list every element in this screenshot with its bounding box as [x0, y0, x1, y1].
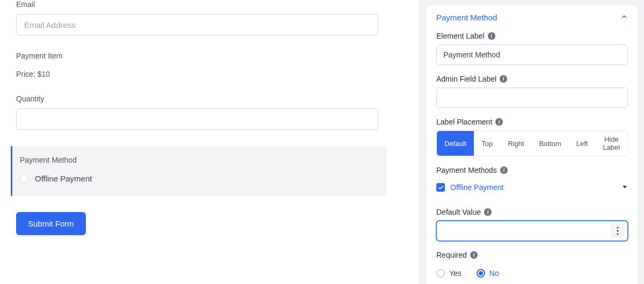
label-placement-group: Label Placement i Default Top Right Bott… [436, 118, 628, 156]
svg-point-0 [617, 227, 619, 228]
payment-method-panel: Payment Method Element Label i [427, 5, 638, 284]
more-options-icon[interactable] [611, 224, 625, 238]
admin-field-label-input[interactable] [436, 88, 628, 108]
info-icon[interactable]: i [470, 251, 478, 259]
chevron-up-icon [620, 13, 628, 22]
quantity-label: Quantity [16, 94, 402, 103]
element-label-title: Element Label [436, 32, 485, 40]
label-placement-bottom[interactable]: Bottom [532, 131, 569, 156]
label-placement-right[interactable]: Right [500, 131, 531, 156]
payment-method-option-row[interactable]: Offline Payment [20, 174, 377, 183]
email-label: Email [16, 0, 402, 9]
price-text: Price: $10 [16, 70, 402, 78]
caret-down-icon[interactable] [621, 183, 628, 192]
required-group: Required i Yes No [436, 251, 628, 278]
payment-item-block: Payment Item Price: $10 [16, 52, 402, 78]
required-title: Required [436, 251, 467, 259]
element-label-input[interactable] [436, 45, 628, 65]
payment-methods-item[interactable]: Offline Payment [436, 183, 628, 192]
info-icon[interactable]: i [484, 208, 492, 216]
payment-item-label: Payment Item [16, 52, 402, 60]
svg-point-2 [617, 233, 619, 235]
form-preview-pane: Email Payment Item Price: $10 Quantity P… [0, 0, 419, 284]
default-value-input[interactable] [436, 221, 628, 241]
email-input[interactable] [16, 14, 378, 35]
payment-method-option-label: Offline Payment [35, 174, 92, 183]
info-icon[interactable]: i [500, 75, 507, 83]
email-field-block: Email [16, 0, 402, 35]
label-placement-title: Label Placement [436, 118, 492, 126]
required-yes-radio[interactable]: Yes [436, 269, 462, 278]
required-no-radio[interactable]: No [477, 269, 499, 278]
radio-icon [436, 269, 445, 278]
info-icon[interactable]: i [495, 118, 503, 126]
payment-method-label: Payment Method [20, 156, 377, 164]
default-value-group: Default Value i [436, 208, 628, 241]
label-placement-segmented: Default Top Right Bottom Left Hide Label [436, 130, 628, 156]
payment-methods-title: Payment Methods [436, 166, 497, 174]
svg-point-1 [617, 230, 619, 231]
label-placement-hide[interactable]: Hide Label [595, 131, 627, 156]
default-value-title: Default Value [436, 208, 481, 216]
radio-icon[interactable] [20, 174, 28, 183]
admin-field-label-group: Admin Field Label i [436, 75, 628, 108]
submit-button[interactable]: Submit Form [16, 212, 86, 235]
payment-method-selected-block[interactable]: Payment Method Offline Payment [11, 146, 386, 196]
radio-icon [477, 269, 485, 278]
quantity-field-block: Quantity [16, 94, 402, 130]
quantity-input[interactable] [16, 108, 378, 130]
panel-title: Payment Method [436, 13, 497, 22]
label-placement-default[interactable]: Default [437, 131, 474, 156]
element-label-group: Element Label i [436, 32, 628, 65]
label-placement-left[interactable]: Left [569, 131, 596, 156]
admin-field-label-title: Admin Field Label [436, 75, 496, 83]
checkbox-checked-icon[interactable] [436, 183, 445, 192]
required-yes-label: Yes [449, 269, 462, 278]
panel-header[interactable]: Payment Method [427, 5, 638, 30]
payment-methods-item-label: Offline Payment [450, 183, 616, 192]
info-icon[interactable]: i [488, 32, 495, 40]
payment-methods-group: Payment Methods i Offline Payment [436, 166, 628, 192]
required-no-label: No [489, 269, 499, 278]
info-icon[interactable]: i [500, 166, 508, 174]
label-placement-top[interactable]: Top [474, 131, 500, 156]
settings-sidebar: Payment Method Element Label i [419, 0, 644, 284]
